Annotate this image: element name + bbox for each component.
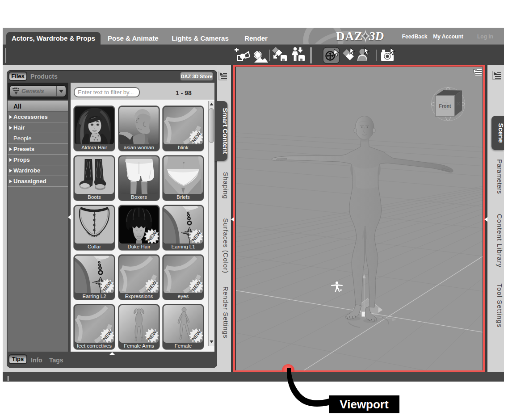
- svg-text:Tool Settings: Tool Settings: [496, 284, 504, 328]
- svg-text:Front: Front: [439, 103, 451, 109]
- svg-text:Parameters: Parameters: [496, 159, 504, 194]
- svg-text:Scene: Scene: [497, 123, 504, 143]
- svg-text:Surfaces (Color): Surfaces (Color): [222, 218, 230, 273]
- svg-text:Shaping: Shaping: [222, 172, 230, 199]
- svg-text:Content Library: Content Library: [496, 214, 504, 268]
- svg-text:Render Settings: Render Settings: [222, 286, 230, 339]
- svg-text:Smart Content: Smart Content: [222, 108, 227, 154]
